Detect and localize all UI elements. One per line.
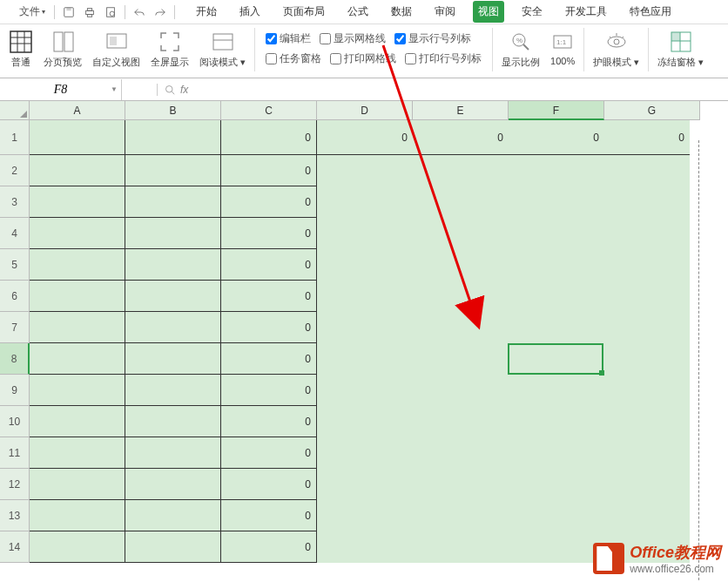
cell[interactable] <box>317 437 413 469</box>
show-headers-checkbox[interactable]: 显示行号列标 <box>394 31 471 46</box>
cell[interactable] <box>413 531 509 563</box>
cell[interactable] <box>30 531 125 563</box>
chevron-down-icon[interactable]: ▼ <box>111 85 118 93</box>
row-header[interactable]: 9 <box>0 375 30 406</box>
edit-bar-checkbox[interactable]: 编辑栏 <box>266 31 311 46</box>
row-header[interactable]: 5 <box>0 249 30 281</box>
cell[interactable] <box>317 531 413 563</box>
read-mode-button[interactable]: 阅读模式 ▾ <box>196 28 249 71</box>
cell[interactable] <box>604 218 690 249</box>
freeze-panes-button[interactable]: 冻结窗格 ▾ <box>654 28 707 71</box>
tab-formula[interactable]: 公式 <box>342 1 374 23</box>
cell[interactable] <box>413 406 509 437</box>
tab-home[interactable]: 开始 <box>191 1 222 23</box>
col-header-f[interactable]: F <box>509 101 604 120</box>
cell[interactable] <box>125 343 221 375</box>
print-icon[interactable] <box>81 3 98 21</box>
cell[interactable]: 0 <box>221 186 317 218</box>
cell[interactable]: 0 <box>604 120 690 155</box>
cell[interactable] <box>317 312 413 343</box>
cell[interactable] <box>413 155 509 186</box>
cell[interactable] <box>413 249 509 281</box>
col-header-d[interactable]: D <box>317 101 413 120</box>
normal-view-button[interactable]: 普通 <box>5 28 37 71</box>
eye-mode-button[interactable]: 护眼模式 ▾ <box>590 28 643 71</box>
cell[interactable] <box>413 375 509 406</box>
cell[interactable] <box>413 281 509 312</box>
cell[interactable]: 0 <box>221 437 317 469</box>
cell[interactable]: 0 <box>221 218 317 249</box>
cell[interactable] <box>125 531 221 563</box>
cell[interactable] <box>509 343 604 375</box>
cell[interactable]: 0 <box>221 406 317 437</box>
cell[interactable] <box>413 500 509 531</box>
cell[interactable] <box>509 249 604 281</box>
tab-data[interactable]: 数据 <box>386 1 417 23</box>
cell[interactable] <box>125 469 221 500</box>
col-header-e[interactable]: E <box>413 101 509 120</box>
cell[interactable] <box>509 375 604 406</box>
cell[interactable] <box>30 343 125 375</box>
cell[interactable] <box>509 469 604 500</box>
cell[interactable] <box>509 500 604 531</box>
cell[interactable] <box>509 186 604 218</box>
page-preview-button[interactable]: 分页预览 <box>40 28 85 71</box>
row-header[interactable]: 1 <box>0 120 30 155</box>
cell[interactable] <box>125 375 221 406</box>
tab-features[interactable]: 特色应用 <box>624 1 677 23</box>
show-gridlines-checkbox[interactable]: 显示网格线 <box>320 31 386 46</box>
cell[interactable] <box>125 437 221 469</box>
cell[interactable] <box>317 469 413 500</box>
cell[interactable] <box>30 500 125 531</box>
cell[interactable]: 0 <box>413 120 509 155</box>
redo-icon[interactable] <box>152 3 169 21</box>
cell[interactable] <box>604 312 690 343</box>
cell[interactable] <box>604 186 690 218</box>
cell[interactable] <box>125 155 221 186</box>
tab-layout[interactable]: 页面布局 <box>278 1 330 23</box>
row-header[interactable]: 4 <box>0 218 30 249</box>
zoom-button[interactable]: % 显示比例 <box>498 28 543 71</box>
custom-view-button[interactable]: 自定义视图 <box>89 28 144 71</box>
cell[interactable] <box>604 406 690 437</box>
cell[interactable] <box>509 155 604 186</box>
cell[interactable] <box>30 249 125 281</box>
cell[interactable] <box>30 469 125 500</box>
cell[interactable] <box>604 437 690 469</box>
cell[interactable] <box>509 312 604 343</box>
tab-review[interactable]: 审阅 <box>429 1 461 23</box>
cell[interactable] <box>317 500 413 531</box>
row-header[interactable]: 12 <box>0 469 30 500</box>
cell[interactable]: 0 <box>221 312 317 343</box>
select-all-corner[interactable] <box>0 101 30 120</box>
cell[interactable] <box>30 155 125 186</box>
cell[interactable] <box>317 155 413 186</box>
cell[interactable]: 0 <box>221 343 317 375</box>
cell[interactable] <box>125 218 221 249</box>
cell[interactable]: 0 <box>221 500 317 531</box>
hundred-percent-button[interactable]: 1:1 100% <box>547 28 578 68</box>
tab-view[interactable]: 视图 <box>473 1 504 23</box>
cell[interactable]: 0 <box>221 120 317 155</box>
cell[interactable] <box>125 312 221 343</box>
row-header[interactable]: 13 <box>0 500 30 531</box>
cell[interactable] <box>30 186 125 218</box>
cell[interactable] <box>413 186 509 218</box>
cell[interactable]: 0 <box>221 155 317 186</box>
file-menu[interactable]: 文件 ▾ <box>16 3 49 21</box>
col-header-c[interactable]: C <box>221 101 317 120</box>
cell[interactable] <box>125 249 221 281</box>
cell[interactable] <box>30 375 125 406</box>
cell[interactable] <box>509 406 604 437</box>
cell[interactable] <box>317 218 413 249</box>
cell[interactable] <box>30 312 125 343</box>
cell[interactable] <box>604 469 690 500</box>
row-header[interactable]: 14 <box>0 531 30 563</box>
cell[interactable]: 0 <box>221 281 317 312</box>
cell[interactable]: 0 <box>317 120 413 155</box>
cell[interactable] <box>509 281 604 312</box>
row-header[interactable]: 10 <box>0 406 30 437</box>
cell[interactable] <box>317 343 413 375</box>
cell[interactable] <box>413 312 509 343</box>
cell[interactable] <box>509 437 604 469</box>
